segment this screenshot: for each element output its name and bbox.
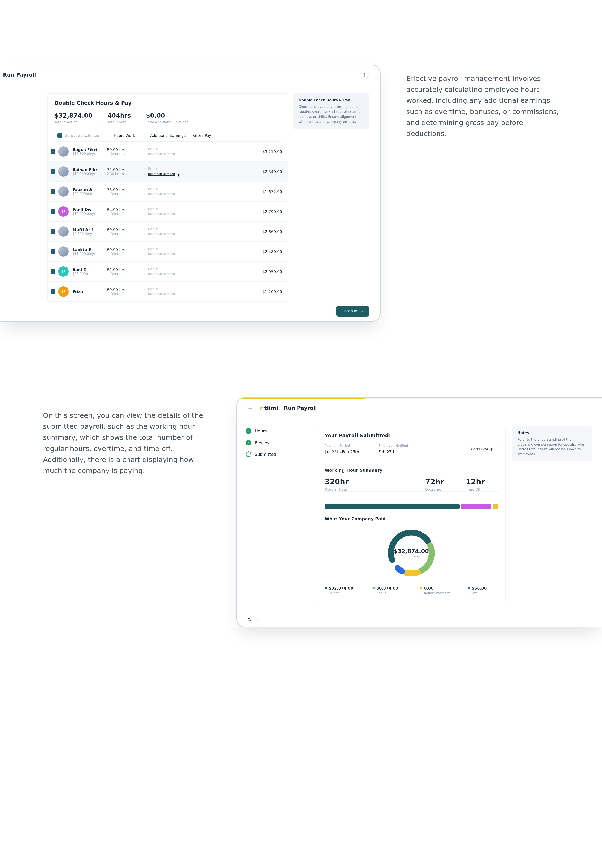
row-gross: $1,200.00 [186,289,288,294]
row-hours: 76.00 hrs [107,188,143,192]
edit-icon[interactable]: ✎ [122,172,124,175]
legend-dot-icon [420,587,422,589]
row-hours: 82.00 hrs [107,268,143,272]
notes-body: Refer to the understanding of the prevai… [517,437,587,457]
add-reimbursement[interactable]: + Reimbursement [143,292,186,296]
row-checkbox[interactable]: ✓ [51,149,55,154]
payroll-check-window: Run Payroll ? Double Check Hours & Pay $… [0,65,381,322]
check-icon: ✓ [246,440,251,445]
payroll-submitted-window: ← ⌗tiimi Run Payroll ✓Hours✓ReviewsSubmi… [236,397,602,628]
legend-label: Reimbursement [424,591,450,595]
add-reimbursement[interactable]: + Reimbursement [143,212,186,216]
legend-label: Salary [329,591,339,595]
legend-value: 0.00 [424,586,433,591]
avatar [58,186,69,197]
add-bonus[interactable]: + Bonus [143,187,186,191]
add-bonus[interactable]: + Bonus [143,207,186,211]
working-hour-heading: Working Hour Summary [325,468,498,473]
add-reimbursement[interactable]: + Reimbursement [143,192,186,196]
legend-dot-icon [325,587,327,589]
employee-rate: $12,000.00/yr [72,212,107,216]
select-all-checkbox[interactable]: ✓ [57,133,62,138]
employee-name: Bani Z [72,268,107,272]
aside-title: Double Check Hours & Pay [299,98,364,102]
employee-row[interactable]: ✓ P Friza 80.00 hrs+ Overtime + Bonus + … [48,282,288,302]
send-payslip-button[interactable]: Send PaySlip [467,444,498,454]
step-reviews[interactable]: ✓Reviews [246,440,310,445]
back-button[interactable]: ← [246,404,254,412]
col-earnings: Additional Earnings [150,133,193,138]
avatar [58,146,69,157]
add-bonus[interactable]: + Bonus [143,167,186,171]
add-bonus[interactable]: + Bonus [143,147,186,151]
employee-name: Raihan Fikri [72,168,107,172]
period-label: Payment Period [325,444,359,448]
employee-name: Mufti Arif [72,228,107,232]
add-reimbursement[interactable]: + Reimbursement [143,252,186,256]
avatar [58,226,69,237]
row-checkbox[interactable]: ✓ [51,189,55,194]
hours-bar-chart [325,504,498,509]
row-checkbox[interactable]: ✓ [51,209,55,214]
continue-button[interactable]: Continue→ [336,306,369,317]
avatar: P [58,266,69,277]
plus-icon: + [143,172,147,176]
add-bonus[interactable]: + Bonus [143,287,186,291]
donut-total-label: Total amount [401,554,421,558]
employee-row[interactable]: ✓ P Panji Dwi$12,000.00/yr 84.00 hrs+ Ov… [48,202,288,222]
step-hours[interactable]: ✓Hours [246,428,310,434]
plus-icon: + [143,207,147,211]
employee-row[interactable]: ✓ Bagus Fikri$15,800.00/yr 80.00 hrs+ Ov… [48,142,288,162]
add-reimbursement[interactable]: + Reimbursement [143,232,186,236]
notes-title: Notes [517,431,587,435]
employee-row[interactable]: ✓ Fauzan A$22.00/hour 76.00 hrs+ Overtim… [48,182,288,202]
plus-icon: + [143,292,147,296]
plus-icon: + [143,227,147,231]
logo-icon: ⌗ [260,405,263,412]
section1-caption: Effective payroll management involves ac… [406,65,559,139]
legend-dot-icon [468,587,470,589]
add-reimbursement[interactable]: + Reimbursement [143,272,186,276]
add-bonus[interactable]: + Bonus [143,247,186,251]
add-bonus[interactable]: + Bonus [143,227,186,231]
employee-name: Laokta R [72,248,107,252]
add-reimbursement[interactable]: + Reimbursement [143,172,186,177]
plus-icon: + [143,152,147,156]
progress-bar [237,398,602,399]
step-label: Hours [255,429,267,433]
employee-rate: $22.00/hour [72,192,107,196]
row-checkbox[interactable]: ✓ [51,269,55,274]
employee-row[interactable]: ✓ Mufti Arif$9,500.00/yr 80.00 hrs+ Over… [48,222,288,242]
plus-icon: + [143,212,147,216]
paid-donut-chart: $32,874.00 Total amount [384,526,438,580]
row-gross: $2,480.00 [186,249,288,254]
row-hours: 80.00 hrs [107,148,143,152]
section2-caption: On this screen, you can view the details… [43,397,211,476]
row-checkbox[interactable]: ✓ [51,229,55,234]
employee-row[interactable]: ✓ Laokta R$11,000.00/yr 80.00 hrs+ Overt… [48,242,288,262]
row-checkbox[interactable]: ✓ [51,169,55,174]
step-list: ✓Hours✓ReviewsSubmitted [246,426,310,604]
notified-value: Feb 27th [378,449,408,454]
employee-row[interactable]: ✓ Raihan Fikri$12,000.00/yr 72.00 hrs2.3… [48,162,288,182]
bar-overtime [461,504,491,509]
employee-row[interactable]: ✓ P Bani Z$25.00/hr 82.00 hrs+ Overtime … [48,262,288,282]
notified-label: Employee Notified [378,444,408,448]
step-submitted[interactable]: Submitted [246,451,310,457]
cancel-button[interactable]: Cancel [247,617,260,622]
add-reimbursement[interactable]: + Reimbursement [143,152,186,156]
legend-value: $56.00 [472,586,487,591]
employee-name: Bagus Fikri [72,148,107,152]
plus-icon: + [143,287,147,291]
submitted-card: Your Payroll Submitted! Payment PeriodJa… [317,426,506,604]
info-aside: Double Check Hours & Pay Check employee … [293,93,369,302]
row-checkbox[interactable]: ✓ [51,289,55,294]
row-checkbox[interactable]: ✓ [51,249,55,254]
plus-icon: + [143,247,147,251]
period-value: Jan 26th-Feb 25th [325,449,359,454]
legend-item: $8,874.00Bonus [372,586,402,595]
add-bonus[interactable]: + Bonus [143,267,186,271]
total-hours: 404hrs [108,112,131,119]
card-heading: Your Payroll Submitted! [325,433,498,438]
help-button[interactable]: ? [360,71,369,79]
